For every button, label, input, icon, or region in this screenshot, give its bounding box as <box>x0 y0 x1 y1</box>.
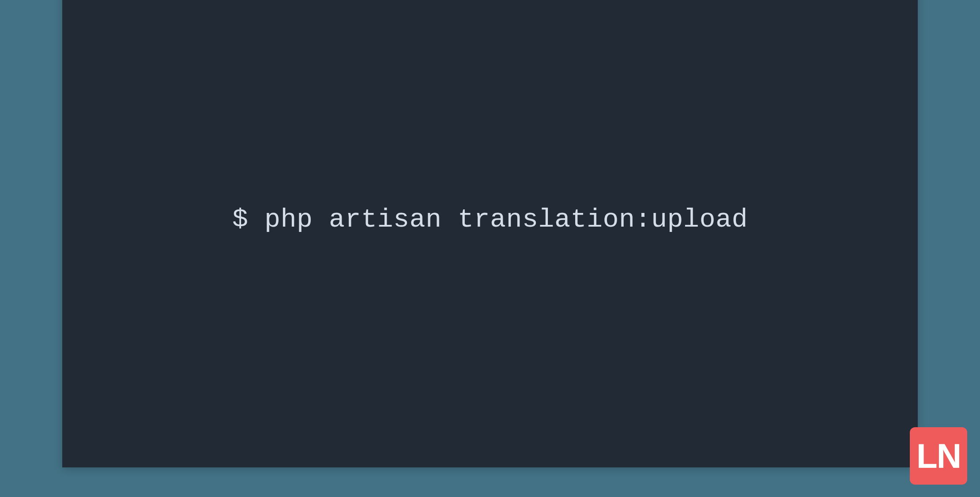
logo-letter-n: N <box>937 436 961 476</box>
logo-text: LN <box>916 436 961 476</box>
logo-badge: LN <box>910 427 967 485</box>
terminal-window: $ php artisan translation:upload <box>62 0 918 467</box>
logo-letter-l: L <box>916 436 937 476</box>
command-text: $ php artisan translation:upload <box>232 205 748 235</box>
terminal-body[interactable]: $ php artisan translation:upload <box>62 0 918 467</box>
